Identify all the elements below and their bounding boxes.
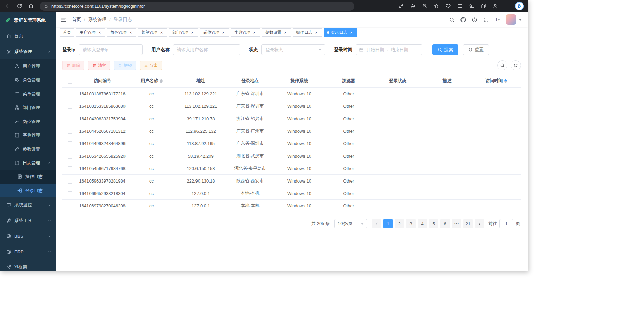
read-aloud-button[interactable] <box>407 1 418 11</box>
page-button-3[interactable]: 3 <box>406 219 416 228</box>
essentials-button[interactable] <box>443 1 454 11</box>
sidebar-item-system[interactable]: 系统管理 <box>0 44 56 59</box>
address-bar[interactable]: https://ccnetcore.com:1101/system/log/lo… <box>40 2 354 11</box>
app-logo[interactable]: 意框架管理系统 <box>0 12 56 28</box>
sidebar-item-user[interactable]: 用户管理 <box>0 59 56 73</box>
row-checkbox[interactable] <box>68 154 72 159</box>
github-icon[interactable] <box>460 17 466 23</box>
sidebar-toggle-button[interactable] <box>60 17 67 23</box>
sidebar-item-dict[interactable]: 字典管理 <box>0 128 56 142</box>
key-button[interactable] <box>396 1 406 11</box>
close-tab-icon[interactable]: × <box>221 30 226 35</box>
tab-role[interactable]: 角色管理× <box>107 28 136 37</box>
more-pages-button[interactable]: ••• <box>452 219 461 228</box>
column-header-user-name[interactable]: 用户名称 <box>127 74 176 88</box>
page-button-21[interactable]: 21 <box>463 219 473 228</box>
row-checkbox[interactable] <box>68 166 72 171</box>
export-button[interactable]: 导出 <box>140 61 162 70</box>
sidebar-item-monitor[interactable]: 系统监控 <box>0 197 56 213</box>
sidebar-item-erp[interactable]: ERP <box>0 244 56 259</box>
sidebar-item-log[interactable]: 日志管理 <box>0 156 56 170</box>
status-select[interactable]: 登录状态 <box>261 44 325 55</box>
tab-logininfor[interactable]: 登录日志× <box>324 28 357 37</box>
sidebar-item-yiframe[interactable]: Yi框架 <box>0 259 56 271</box>
close-tab-icon[interactable]: × <box>97 30 102 35</box>
tab-operlog[interactable]: 操作日志× <box>293 28 322 37</box>
tab-menu[interactable]: 菜单管理× <box>138 28 167 37</box>
more-button[interactable] <box>502 1 512 11</box>
breadcrumb-item[interactable]: 首页 <box>72 17 81 23</box>
close-tab-icon[interactable]: × <box>190 30 195 35</box>
tab-user[interactable]: 用户管理× <box>76 28 105 37</box>
tab-config[interactable]: 参数设置× <box>262 28 291 37</box>
select-all-checkbox[interactable] <box>68 79 72 84</box>
tab-post[interactable]: 岗位管理× <box>200 28 229 37</box>
login-ip-input[interactable] <box>79 44 143 55</box>
close-tab-icon[interactable]: × <box>128 30 133 35</box>
reset-button[interactable]: 重置 <box>463 44 489 55</box>
refresh-button[interactable] <box>14 1 25 11</box>
search-icon[interactable] <box>449 17 455 23</box>
copilot-icon[interactable]: b <box>515 2 524 10</box>
date-range-picker[interactable]: 开始日期 - 结束日期 <box>356 44 422 55</box>
fullscreen-icon[interactable] <box>483 17 489 23</box>
user-avatar[interactable] <box>506 14 516 25</box>
sidebar-item-home[interactable]: 首页 <box>0 28 56 44</box>
chevron-down-icon[interactable] <box>519 19 522 21</box>
next-page-button[interactable] <box>475 219 484 228</box>
sidebar-item-logininfor[interactable]: 登录日志 <box>0 184 56 197</box>
page-button-5[interactable]: 5 <box>429 219 438 228</box>
page-size-select[interactable]: 10条/页 <box>334 219 367 228</box>
close-tab-icon[interactable]: × <box>349 30 354 35</box>
row-checkbox[interactable] <box>68 204 72 208</box>
close-tab-icon[interactable]: × <box>252 30 257 35</box>
sidebar-item-post[interactable]: 岗位管理 <box>0 114 56 128</box>
question-icon[interactable] <box>472 17 477 23</box>
tab-dept[interactable]: 部门管理× <box>169 28 198 37</box>
sidebar-item-operlog[interactable]: 操作日志 <box>0 170 56 184</box>
column-header-visit-time[interactable]: 访问时间 <box>472 74 521 88</box>
tab-home[interactable]: 首页 <box>60 28 74 37</box>
profile-button[interactable] <box>490 1 501 11</box>
search-button[interactable]: 搜索 <box>432 44 458 55</box>
page-jump-input[interactable] <box>499 219 513 228</box>
row-checkbox[interactable] <box>68 92 72 96</box>
back-button[interactable] <box>3 1 13 11</box>
page-button-4[interactable]: 4 <box>418 219 427 228</box>
page-button-6[interactable]: 6 <box>440 219 450 228</box>
sidebar-item-menu[interactable]: 菜单管理 <box>0 87 56 101</box>
sort-icon[interactable] <box>160 79 163 83</box>
close-tab-icon[interactable]: × <box>159 30 164 35</box>
split-screen-button[interactable] <box>455 1 465 11</box>
username-input[interactable] <box>173 44 240 55</box>
favorites-button[interactable] <box>466 1 477 11</box>
row-checkbox[interactable] <box>68 129 72 134</box>
sidebar-item-bbs[interactable]: BBS <box>0 228 56 244</box>
sidebar-item-config[interactable]: 参数设置 <box>0 142 56 156</box>
row-checkbox[interactable] <box>68 179 72 184</box>
tab-dict[interactable]: 字典管理× <box>231 28 260 37</box>
page-button-1[interactable]: 1 <box>383 219 393 228</box>
row-checkbox[interactable] <box>68 191 72 196</box>
collections-button[interactable] <box>478 1 489 11</box>
font-size-icon[interactable]: TT <box>495 17 500 23</box>
close-tab-icon[interactable]: × <box>283 30 288 35</box>
refresh-table-button[interactable] <box>511 60 521 70</box>
row-checkbox[interactable] <box>68 141 72 146</box>
toggle-search-button[interactable] <box>497 60 507 70</box>
prev-page-button[interactable] <box>372 219 381 228</box>
cell-os: Windows 10 <box>275 137 324 150</box>
close-tab-icon[interactable]: × <box>314 30 319 35</box>
clear-button[interactable]: 清空 <box>88 61 110 70</box>
breadcrumb-item[interactable]: 系统管理 <box>88 17 106 23</box>
sidebar-item-role[interactable]: 角色管理 <box>0 73 56 87</box>
row-checkbox[interactable] <box>68 104 72 109</box>
sidebar-item-dept[interactable]: 部门管理 <box>0 101 56 114</box>
page-button-2[interactable]: 2 <box>395 219 404 228</box>
row-checkbox[interactable] <box>68 117 72 121</box>
sort-icon[interactable] <box>504 79 507 83</box>
add-favorite-button[interactable] <box>431 1 442 11</box>
home-button[interactable] <box>26 1 36 11</box>
sidebar-item-tool[interactable]: 系统工具 <box>0 213 56 228</box>
zoom-out-button[interactable] <box>419 1 430 11</box>
